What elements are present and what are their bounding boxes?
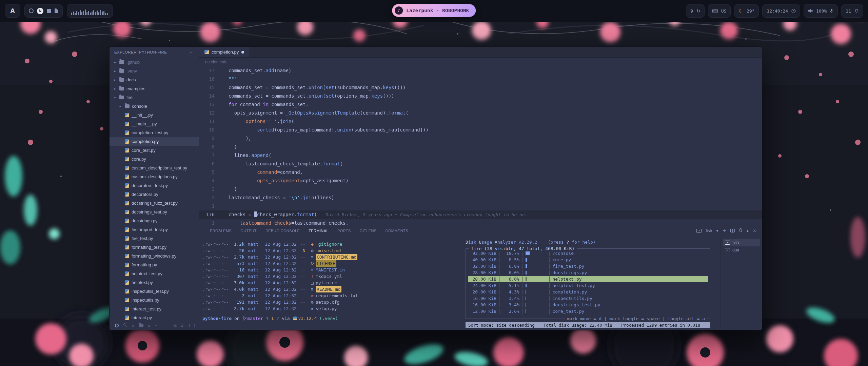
workspace-n-badge[interactable]: N [37, 8, 43, 14]
terminal-area[interactable]: .rw-r--r--1.2kmatt12 Aug 12:32--◆.gitign… [199, 236, 762, 330]
sidebar-item-formatting-test-py[interactable]: formatting_test.py [110, 243, 199, 251]
dua-row-completion-py[interactable]: 20.00 KiB│4.3%││completion.py [468, 289, 708, 295]
sidebar-item-custom-descriptions-py[interactable]: custom_descriptions.py [110, 172, 199, 181]
notifications-indicator[interactable]: 11 [841, 4, 863, 18]
notification-toast[interactable]: ♪ Lazerpunk - ROBOPHONK [392, 4, 476, 17]
code-line[interactable]: 14 commands_set = commands_set.union(set… [199, 92, 762, 100]
sort-arrows-icon[interactable]: ⇅ [148, 323, 151, 328]
weather-widget[interactable]: ☾ 29° [734, 4, 759, 18]
remote-indicator-icon[interactable] [115, 324, 119, 327]
code-line[interactable]: 6 lastcommand_check_template.format( [199, 160, 762, 168]
sidebar-item--init-py[interactable]: __init__.py [110, 110, 199, 119]
trash-icon[interactable] [739, 228, 743, 233]
sidebar-item-fire-import-test-py[interactable]: fire_import_test.py [110, 225, 199, 234]
tab-completion-py[interactable]: completion.py [199, 47, 250, 57]
panel-tab-comments[interactable]: COMMENTS [386, 225, 408, 236]
sidebar-item-helptext-py[interactable]: helptext.py [110, 278, 199, 287]
code-line[interactable]: 2 lastcommand_checks = '\n'.join(lines) [199, 194, 762, 202]
terminal-list-item-dua[interactable]: >dua [723, 246, 760, 254]
breadcrumb[interactable]: no elements [199, 58, 762, 66]
sidebar-item-completion-py[interactable]: completion.py [110, 137, 199, 146]
clock-widget[interactable]: 12:40:24 [762, 4, 800, 18]
close-panel-icon[interactable]: × [753, 228, 756, 233]
dua-row-docstrings-test-py[interactable]: 16.00 KiB│3.4%││docstrings_test.py [468, 302, 708, 308]
code-line[interactable]: 15 commands_set = commands_set.union(set… [199, 83, 762, 92]
launcher-button[interactable]: A [5, 4, 20, 18]
folder-icon[interactable] [139, 324, 143, 327]
panel-tab-output[interactable]: OUTPUT [240, 225, 257, 236]
keyboard-layout[interactable]: US [708, 4, 731, 18]
audio-widget[interactable]: 100% [804, 4, 838, 18]
panel-tab-debug-console[interactable]: DEBUG CONSOLE [265, 225, 300, 236]
code-line[interactable]: 13 for command in commands_set: [199, 100, 762, 109]
workspace-circle-icon[interactable] [29, 8, 34, 13]
sidebar-item-helptext-test-py[interactable]: helptext_test.py [110, 269, 199, 278]
code-line[interactable]: 4 opts_assignment=opts_assignment) [199, 177, 762, 185]
sidebar-item-docstrings-py[interactable]: docstrings.py [110, 216, 199, 225]
dua-row-inspectutils-py[interactable]: 16.00 KiB│3.4%││inspectutils.py [468, 295, 708, 302]
refresh-icon[interactable]: ↻ [132, 323, 134, 328]
sidebar-item-examples[interactable]: ▸examples [110, 84, 199, 93]
more-icon[interactable]: ⋯ [155, 323, 158, 328]
search-icon[interactable] [123, 323, 127, 328]
panel-tab-terminal[interactable]: TERMINAL [309, 225, 329, 236]
code-line[interactable]: 7 lines.append( [199, 151, 762, 160]
dua-row-core-test-py[interactable]: 12.00 KiB│2.6%││core_test.py [468, 308, 708, 314]
code-line[interactable]: 1 [199, 202, 762, 210]
dua-row-helptext-test-py[interactable]: 24.00 KiB│5.1%││helptext_test.py [468, 282, 708, 289]
code-line[interactable]: 8 ) [199, 143, 762, 151]
new-terminal-button[interactable]: + [723, 228, 726, 233]
workspace-square-icon[interactable] [47, 9, 51, 13]
sidebar-item--venv[interactable]: ▸.venv [110, 66, 199, 75]
dua-row-helptext-py[interactable]: 28.00 KiB│6.0%││helptext.py [468, 276, 708, 282]
system-graph-widget[interactable] [67, 4, 113, 18]
code-line[interactable]: 3 ) [199, 185, 762, 194]
code-editor[interactable]: 17 commands_set.add(name)16 """15 comman… [199, 66, 762, 225]
sidebar-item--github[interactable]: ▸.github [110, 58, 199, 66]
dua-row-fire-test-py[interactable]: 32.00 KiB│6.8%││fire_test.py [468, 263, 708, 269]
chevron-down-icon[interactable]: ▾ [716, 228, 718, 233]
workspace-file-icon[interactable] [55, 8, 58, 13]
sidebar-item-core-py[interactable]: core.py [110, 155, 199, 163]
code-line[interactable]: 1 lastcommand_checks=lastcommand_checks, [199, 219, 762, 225]
sidebar-item-console[interactable]: ▸console [110, 102, 199, 110]
sidebar-item-completion-test-py[interactable]: completion_test.py [110, 128, 199, 137]
sidebar-item-core-test-py[interactable]: core_test.py [110, 146, 199, 155]
code-line[interactable]: 5 command=command, [199, 168, 762, 177]
sidebar-item--main-py[interactable]: __main__.py [110, 119, 199, 128]
sidebar-item-interact-py[interactable]: interact.py [110, 313, 199, 322]
sidebar-item-docstrings-test-py[interactable]: docstrings_test.py [110, 207, 199, 216]
chevron-up-icon[interactable]: ▴ [747, 228, 749, 233]
modified-dot-icon[interactable] [241, 51, 244, 54]
panel-tab-problems[interactable]: PROBLEMS [210, 225, 232, 236]
sidebar-item-custom-descriptions-test-py[interactable]: custom_descriptions_test.py [110, 163, 199, 172]
sidebar-item-interact-test-py[interactable]: interact_test.py [110, 304, 199, 313]
sidebar-item-decorators-test-py[interactable]: decorators_test.py [110, 181, 199, 190]
sidebar-item-inspectutils-py[interactable]: inspectutils.py [110, 296, 199, 304]
sidebar-item-inspectutils-test-py[interactable]: inspectutils_test.py [110, 287, 199, 296]
updates-indicator[interactable]: 9 ↻ [686, 4, 705, 18]
code-line[interactable]: 176 checks = check_wrapper.format(David … [199, 210, 762, 219]
sidebar-item-fire[interactable]: ▾fire [110, 93, 199, 102]
code-line[interactable]: 11 options=' '.join( [199, 117, 762, 126]
sidebar-item-formatting-windows-py[interactable]: formatting_windows.py [110, 251, 199, 260]
sidebar-item-decorators-py[interactable]: decorators.py [110, 190, 199, 199]
code-line[interactable]: 16 """ [199, 75, 762, 83]
explorer-more-icon[interactable]: ⋯ [190, 50, 194, 55]
sidebar-item-fire-test-py[interactable]: fire_test.py [110, 234, 199, 243]
layout-grid-icon[interactable]: ▤ [174, 323, 176, 328]
dua-row-core-py[interactable]: 40.00 KiB│8.5%││core.py [468, 257, 708, 263]
split-terminal-icon[interactable] [730, 229, 735, 232]
sidebar-item-docs[interactable]: ▸docs [110, 75, 199, 84]
terminal-list-item-fish[interactable]: >fish [723, 239, 760, 246]
sidebar-item-formatting-py[interactable]: formatting.py [110, 260, 199, 269]
code-line[interactable]: 10 sorted(options_map[command].union(sub… [199, 126, 762, 134]
terminal-profile-label[interactable]: fish [706, 228, 712, 233]
dua-row-docstrings-py[interactable]: 28.00 KiB│6.0%││docstrings.py [468, 269, 708, 276]
sidebar-item-docstrings-fuzz-test-py[interactable]: docstrings_fuzz_test.py [110, 199, 199, 207]
code-line[interactable]: 12 opts_assignment = _GetOptsAssignmentT… [199, 109, 762, 117]
code-line[interactable]: 9 ), [199, 134, 762, 143]
shell-prompt[interactable]: python-fire on master ? 1 ✓ via v3.12.4 … [202, 315, 463, 322]
panel-tab-gitlens[interactable]: GITLENS [360, 225, 377, 236]
panel-tab-ports[interactable]: PORTS [337, 225, 351, 236]
